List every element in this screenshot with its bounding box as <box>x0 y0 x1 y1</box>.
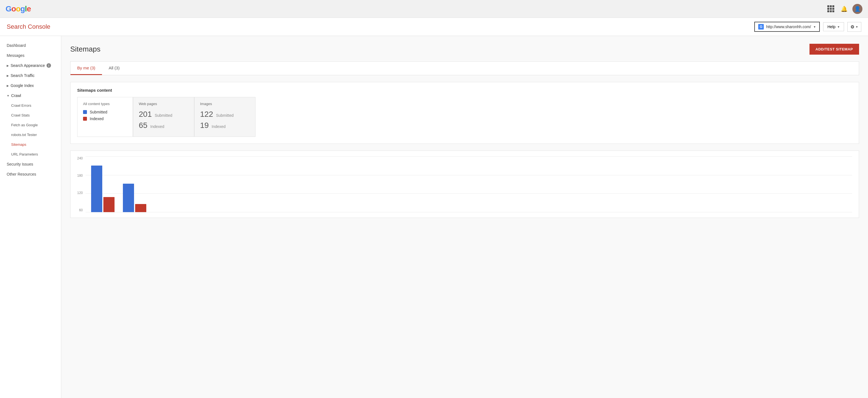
site-dropdown-arrow: ▼ <box>813 25 816 28</box>
bar-indexed-2 <box>135 204 146 212</box>
sidebar-item-search-traffic[interactable]: ▶ Search Traffic <box>0 70 61 81</box>
legend-submitted: Submitted <box>83 110 127 114</box>
images-submitted-label: Submitted <box>216 113 234 118</box>
web-pages-indexed-label: Indexed <box>151 124 164 129</box>
images-indexed-number: 19 <box>200 121 209 130</box>
grid-menu-button[interactable] <box>826 4 836 14</box>
top-bar: Google 🔔 👤 <box>0 0 868 18</box>
web-pages-submitted-row: 201 Submitted <box>139 110 188 119</box>
tabs: By me (3) All (3) <box>70 61 859 75</box>
content-header: Sitemaps ADD/TEST SITEMAP <box>70 44 859 55</box>
bar-submitted-1 <box>91 165 102 212</box>
sidebar-item-robots-txt[interactable]: robots.txt Tester <box>0 130 61 140</box>
y-label-180: 180 <box>77 174 83 178</box>
bar-pair-2 <box>123 184 146 212</box>
images-indexed-label: Indexed <box>212 124 226 129</box>
card-web-pages: Web pages 201 Submitted 65 Indexed <box>133 97 194 137</box>
images-indexed-row: 19 Indexed <box>200 121 250 130</box>
sidebar-item-other-resources[interactable]: Other Resources <box>0 169 61 179</box>
help-dropdown-arrow: ▼ <box>837 25 840 28</box>
google-index-label: Google Index <box>10 83 34 88</box>
images-submitted-row: 122 Submitted <box>200 110 250 119</box>
help-button[interactable]: Help ▼ <box>823 22 844 31</box>
web-pages-indexed-row: 65 Indexed <box>139 121 188 130</box>
chart-body <box>86 156 852 212</box>
security-issues-label: Security Issues <box>7 162 33 166</box>
add-test-sitemap-button[interactable]: ADD/TEST SITEMAP <box>809 44 859 55</box>
sub-header: Search Console G http://www.sharonhh.com… <box>0 18 868 36</box>
bars-group <box>86 156 852 212</box>
bar-pair-1 <box>91 165 115 212</box>
triangle-icon: ▶ <box>7 84 9 87</box>
submitted-dot <box>83 110 87 114</box>
tab-by-me[interactable]: By me (3) <box>70 62 102 75</box>
indexed-legend-label: Indexed <box>90 117 104 121</box>
sidebar-item-google-index[interactable]: ▶ Google Index <box>0 81 61 91</box>
info-icon: i <box>46 63 51 68</box>
sidebar-item-sitemaps[interactable]: Sitemaps <box>0 140 61 149</box>
help-label: Help <box>827 25 835 29</box>
chart-container: 240 180 120 60 <box>77 156 852 212</box>
notifications-button[interactable]: 🔔 <box>839 4 849 14</box>
triangle-icon: ▶ <box>7 74 9 77</box>
sidebar-item-search-appearance[interactable]: ▶ Search Appearance i <box>0 60 61 70</box>
dashboard-label: Dashboard <box>7 43 26 48</box>
url-parameters-label: URL Parameters <box>11 152 38 156</box>
bar-indexed-1 <box>103 197 115 212</box>
sitemaps-content-title: Sitemaps content <box>77 88 852 93</box>
page-title: Sitemaps <box>70 45 100 54</box>
sidebar-item-url-parameters[interactable]: URL Parameters <box>0 149 61 159</box>
sidebar-item-messages[interactable]: Messages <box>0 51 61 60</box>
card-title-web-pages: Web pages <box>139 102 188 106</box>
search-traffic-label: Search Traffic <box>10 73 35 78</box>
sub-header-right: G http://www.sharonhh.com/ ▼ Help ▼ ⚙ ▼ <box>754 22 861 32</box>
y-axis: 240 180 120 60 <box>77 156 86 212</box>
sidebar-item-dashboard[interactable]: Dashboard <box>0 40 61 51</box>
settings-dropdown-arrow: ▼ <box>856 25 858 28</box>
gear-icon: ⚙ <box>850 24 854 30</box>
crawl-stats-label: Crawl Stats <box>11 113 30 117</box>
sidebar-item-fetch-as-google[interactable]: Fetch as Google <box>0 120 61 130</box>
search-appearance-label: Search Appearance <box>10 63 45 68</box>
site-url: http://www.sharonhh.com/ <box>766 25 811 29</box>
sidebar-item-security-issues[interactable]: Security Issues <box>0 159 61 169</box>
y-label-240: 240 <box>77 156 83 160</box>
messages-label: Messages <box>7 53 25 58</box>
tab-all[interactable]: All (3) <box>102 62 126 75</box>
web-pages-submitted-label: Submitted <box>155 113 172 118</box>
content-cards: All content types Submitted Indexed Web … <box>77 97 852 137</box>
sidebar-item-crawl[interactable]: ▼ Crawl <box>0 91 61 101</box>
bar-submitted-2 <box>123 184 134 212</box>
avatar[interactable]: 👤 <box>852 4 862 14</box>
chart-area: 240 180 120 60 <box>70 151 859 218</box>
sidebar-item-crawl-errors[interactable]: Crawl Errors <box>0 101 61 111</box>
card-all-content-types: All content types Submitted Indexed <box>77 97 133 137</box>
main-layout: Dashboard Messages ▶ Search Appearance i… <box>0 36 868 398</box>
sitemaps-content-section: Sitemaps content All content types Submi… <box>70 82 859 144</box>
card-title-images: Images <box>200 102 250 106</box>
bell-icon: 🔔 <box>841 6 848 12</box>
robots-txt-label: robots.txt Tester <box>11 133 37 137</box>
expand-triangle-icon: ▼ <box>7 94 9 97</box>
settings-button[interactable]: ⚙ ▼ <box>847 22 861 32</box>
card-title-all: All content types <box>83 102 127 106</box>
sidebar: Dashboard Messages ▶ Search Appearance i… <box>0 36 61 398</box>
images-submitted-number: 122 <box>200 110 213 119</box>
y-label-60: 60 <box>79 208 83 212</box>
grid-icon <box>827 5 834 12</box>
fetch-as-google-label: Fetch as Google <box>11 123 38 127</box>
indexed-dot <box>83 117 87 121</box>
sidebar-item-crawl-stats[interactable]: Crawl Stats <box>0 111 61 120</box>
y-label-120: 120 <box>77 191 83 195</box>
web-pages-submitted-number: 201 <box>139 110 152 119</box>
sitemaps-label: Sitemaps <box>11 143 26 147</box>
other-resources-label: Other Resources <box>7 172 36 177</box>
legend-indexed: Indexed <box>83 117 127 121</box>
crawl-label: Crawl <box>11 93 21 98</box>
web-pages-indexed-number: 65 <box>139 121 147 130</box>
content-area: Sitemaps ADD/TEST SITEMAP By me (3) All … <box>61 36 868 398</box>
card-images: Images 122 Submitted 19 Indexed <box>194 97 255 137</box>
submitted-legend-label: Submitted <box>90 110 107 114</box>
grid-line-bottom <box>86 212 852 212</box>
site-selector[interactable]: G http://www.sharonhh.com/ ▼ <box>754 22 820 32</box>
